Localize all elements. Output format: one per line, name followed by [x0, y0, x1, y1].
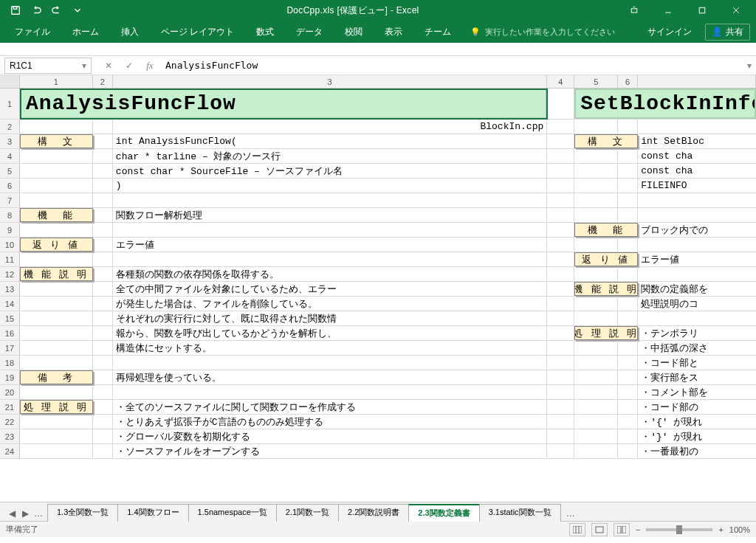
section-label[interactable]: 備 考	[20, 370, 93, 384]
section-label[interactable]: 機 能 説 明	[20, 267, 93, 281]
zoom-slider[interactable]	[646, 528, 712, 531]
enter-formula-icon[interactable]: ✓	[121, 58, 137, 74]
content-cell[interactable]: ・コメント部を	[638, 385, 756, 399]
title-cell-left[interactable]: AnalysisFuncFlow	[20, 89, 547, 119]
content-cell[interactable]: int SetBloc	[638, 134, 756, 148]
view-normal-icon[interactable]	[569, 523, 585, 536]
tab-nav-more[interactable]: …	[32, 506, 44, 521]
tab-nav-prev-icon[interactable]: ◀	[6, 506, 18, 521]
save-icon[interactable]	[6, 1, 25, 19]
content-cell[interactable]: 関数の定義部を	[638, 282, 756, 296]
content-cell[interactable]: ・実行部をス	[638, 370, 756, 384]
content-cell[interactable]: エラー値	[113, 238, 547, 252]
col-header[interactable]: 2	[93, 75, 113, 88]
tab-formulas[interactable]: 数式	[247, 21, 283, 43]
row-header[interactable]: 11	[0, 252, 20, 266]
tab-file[interactable]: ファイル	[6, 21, 59, 43]
content-cell[interactable]: ・中括弧の深さ	[638, 341, 756, 355]
content-cell[interactable]: ・'}' が現れ	[638, 429, 756, 443]
content-cell[interactable]: 関数フロー解析処理	[113, 208, 547, 222]
tab-data[interactable]: データ	[287, 21, 331, 43]
fx-icon[interactable]: fx	[142, 58, 158, 74]
row-header[interactable]: 20	[0, 385, 20, 399]
content-cell[interactable]: それぞれの実行行に対して、既に取得された関数情	[113, 311, 547, 325]
content-cell[interactable]: 報から、関数を呼び出しているかどうかを解析し、	[113, 326, 547, 340]
content-cell[interactable]: が発生した場合は、ファイルを削除している。	[113, 297, 547, 311]
row-header[interactable]: 22	[0, 415, 20, 429]
maximize-icon[interactable]	[687, 0, 718, 21]
content-cell[interactable]: ・テンポラリ	[638, 326, 756, 340]
name-box[interactable]: R1C1 ▾	[4, 58, 92, 74]
col-header[interactable]: 1	[20, 75, 93, 88]
content-cell[interactable]: 各種類の関数の依存関係を取得する。	[113, 267, 547, 281]
tab-team[interactable]: チーム	[416, 21, 460, 43]
row-header[interactable]: 1	[0, 89, 20, 119]
col-header[interactable]: 3	[113, 75, 547, 88]
content-cell[interactable]: 処理説明のコ	[638, 297, 756, 311]
section-label[interactable]: 返 り 値	[20, 238, 93, 252]
row-header[interactable]: 2	[0, 120, 20, 134]
section-label[interactable]: 機 能	[574, 223, 638, 237]
content-cell[interactable]: char * tarline – 対象のソース行	[113, 149, 547, 163]
row-header[interactable]: 14	[0, 297, 20, 311]
content-cell[interactable]: FILEINFO	[638, 179, 756, 193]
content-cell[interactable]: 再帰処理を使っている。	[113, 370, 547, 384]
row-header[interactable]: 21	[0, 400, 20, 414]
content-cell[interactable]: BlockIn.cpp	[113, 120, 547, 134]
tellme-search[interactable]: 💡 実行したい作業を入力してください	[464, 27, 615, 38]
row-header[interactable]: 23	[0, 429, 20, 443]
col-header[interactable]: 4	[547, 75, 574, 88]
row-header[interactable]: 13	[0, 282, 20, 296]
share-button[interactable]: 👤 共有	[705, 24, 750, 41]
section-label[interactable]: 機 能 説 明	[574, 282, 638, 296]
content-cell[interactable]: ・とりあえず拡張子がC言語のもののみ処理する	[113, 415, 547, 429]
undo-icon[interactable]	[27, 1, 46, 19]
col-header[interactable]: 6	[618, 75, 638, 88]
tabs-overflow[interactable]: …	[560, 506, 581, 521]
content-cell[interactable]: ・一番最初の	[638, 444, 756, 458]
row-header[interactable]: 10	[0, 238, 20, 252]
row-header[interactable]: 24	[0, 444, 20, 458]
content-cell[interactable]: ・コード部と	[638, 356, 756, 370]
section-label[interactable]: 構 文	[574, 134, 638, 148]
zoom-out-icon[interactable]: −	[636, 525, 640, 534]
content-cell[interactable]: ・グローバル変数を初期化する	[113, 429, 547, 443]
col-header[interactable]: 5	[574, 75, 618, 88]
signin-link[interactable]: サインイン	[639, 21, 701, 43]
section-label[interactable]: 機 能	[20, 208, 93, 222]
row-header[interactable]: 12	[0, 267, 20, 281]
row-header[interactable]: 6	[0, 179, 20, 193]
col-header[interactable]	[638, 75, 756, 88]
close-icon[interactable]	[721, 0, 752, 21]
view-pagebreak-icon[interactable]	[614, 523, 630, 536]
content-cell[interactable]: 全ての中間ファイルを対象にしているため、エラー	[113, 282, 547, 296]
select-all-corner[interactable]	[0, 75, 20, 88]
content-cell[interactable]: ・全てのソースファイルに関して関数フローを作成する	[113, 400, 547, 414]
redo-icon[interactable]	[47, 1, 66, 19]
tab-nav-next-icon[interactable]: ▶	[19, 506, 31, 521]
title-cell-right[interactable]: SetBlockInInfo	[574, 89, 756, 119]
row-header[interactable]: 7	[0, 193, 20, 207]
row-header[interactable]: 17	[0, 341, 20, 355]
section-label[interactable]: 返 り 値	[574, 252, 638, 266]
chevron-down-icon[interactable]: ▾	[82, 60, 86, 71]
content-cell[interactable]: 構造体にセットする。	[113, 341, 547, 355]
content-cell[interactable]: ・'{' が現れ	[638, 415, 756, 429]
row-header[interactable]: 4	[0, 149, 20, 163]
tab-review[interactable]: 校閲	[336, 21, 371, 43]
sheet-tab[interactable]: 2.1関数一覧	[276, 504, 339, 522]
ribbon-options-icon[interactable]	[619, 0, 650, 21]
content-cell[interactable]: const cha	[638, 149, 756, 163]
row-header[interactable]: 19	[0, 370, 20, 384]
tab-home[interactable]: ホーム	[63, 21, 108, 43]
sheet-tab[interactable]: 1.3全関数一覧	[47, 504, 118, 522]
row-header[interactable]: 18	[0, 356, 20, 370]
cancel-formula-icon[interactable]: ✕	[100, 58, 117, 74]
formula-expand-icon[interactable]: ▾	[743, 60, 756, 71]
row-header[interactable]: 8	[0, 208, 20, 222]
content-cell[interactable]: const char * SourceFile – ソースファイル名	[113, 164, 547, 178]
content-cell[interactable]: )	[113, 179, 547, 193]
sheet-tab[interactable]: 3.1static関数一覧	[479, 504, 561, 522]
spreadsheet-grid[interactable]: 1 2 3 4 5 6 1AnalysisFuncFlowSetBlockInI…	[0, 75, 756, 502]
section-label[interactable]: 処 理 説 明	[574, 326, 638, 340]
